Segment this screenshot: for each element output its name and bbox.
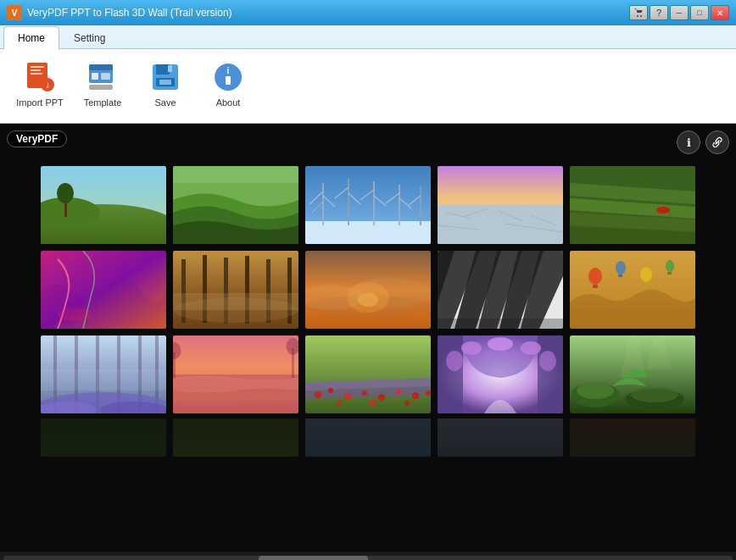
scrollbar-thumb[interactable]	[259, 556, 368, 560]
svg-point-56	[656, 207, 670, 213]
svg-rect-77	[438, 319, 563, 329]
main-area: VeryPDF ℹ	[0, 124, 736, 552]
svg-rect-29	[173, 166, 298, 183]
svg-rect-39	[373, 181, 375, 225]
scrollbar-track[interactable]	[3, 556, 733, 560]
window-controls[interactable]: ? ─ □ ✕	[629, 5, 729, 20]
svg-point-83	[640, 267, 652, 282]
svg-point-110	[396, 389, 401, 394]
help-button[interactable]: ?	[650, 5, 668, 20]
template-icon	[86, 60, 120, 94]
scrollbar-area[interactable]	[0, 552, 736, 560]
svg-rect-57	[669, 210, 670, 223]
top-right-icons: ℹ	[677, 130, 729, 154]
svg-rect-5	[31, 66, 44, 68]
import-ppt-button[interactable]: ↓ Import PPT	[10, 54, 70, 114]
svg-point-85	[666, 260, 674, 272]
svg-point-81	[616, 261, 626, 274]
template-button[interactable]: Template	[73, 54, 132, 114]
grid-cell-1-2[interactable]	[305, 251, 431, 329]
grid-row-2	[41, 335, 695, 413]
svg-point-27	[57, 183, 74, 203]
import-ppt-icon: ↓	[23, 60, 57, 94]
grid-row-reflection	[41, 419, 695, 457]
svg-point-126	[631, 387, 678, 402]
svg-point-119	[521, 341, 541, 355]
grid-cell-2-1[interactable]	[173, 335, 298, 413]
svg-point-75	[358, 293, 378, 307]
import-ppt-label: Import PPT	[16, 97, 64, 108]
svg-point-107	[344, 393, 351, 400]
info-icon[interactable]: ℹ	[677, 130, 700, 154]
close-button[interactable]: ✕	[711, 5, 729, 20]
svg-rect-31	[305, 221, 431, 244]
about-label: About	[216, 97, 241, 108]
svg-point-111	[412, 392, 419, 399]
svg-point-113	[337, 401, 342, 406]
svg-rect-14	[89, 85, 113, 90]
grid-cell-1-3[interactable]	[438, 251, 563, 329]
svg-rect-84	[644, 282, 649, 285]
tab-home[interactable]: Home	[3, 26, 59, 49]
grid-cell-2-3[interactable]	[438, 335, 563, 413]
grid-cell-0-2[interactable]	[305, 166, 431, 244]
ribbon-content: ↓ Import PPT Template	[0, 48, 736, 123]
grid-row-0	[41, 166, 695, 244]
svg-point-79	[588, 268, 602, 285]
ribbon: Home Setting ↓ Import PPT	[0, 25, 736, 124]
svg-point-118	[488, 337, 513, 351]
svg-point-108	[362, 391, 367, 396]
image-grid	[0, 166, 736, 457]
link-icon[interactable]	[705, 130, 729, 154]
grid-cell-2-4[interactable]	[570, 335, 695, 413]
grid-cell-0-1[interactable]	[173, 166, 298, 244]
svg-rect-80	[593, 285, 598, 288]
svg-point-3	[640, 15, 642, 17]
svg-rect-32	[322, 183, 324, 225]
svg-text:i: i	[227, 66, 230, 75]
about-icon: i	[211, 60, 245, 94]
svg-point-114	[370, 400, 376, 407]
grid-cell-1-1[interactable]	[173, 251, 298, 329]
svg-rect-22	[226, 76, 231, 85]
svg-point-59	[58, 308, 92, 321]
grid-cell-0-0[interactable]	[41, 166, 166, 244]
maximize-button[interactable]: □	[690, 5, 709, 20]
svg-point-69	[173, 297, 298, 323]
svg-point-109	[378, 394, 385, 401]
grid-cell-1-4[interactable]	[570, 251, 695, 329]
template-label: Template	[84, 97, 122, 108]
grid-cell-0-4[interactable]	[570, 166, 695, 244]
svg-rect-82	[618, 274, 622, 277]
app-icon: V	[7, 5, 22, 20]
svg-rect-86	[667, 272, 672, 274]
svg-rect-42	[399, 185, 400, 225]
svg-rect-104	[305, 335, 431, 413]
save-label: Save	[154, 97, 176, 108]
about-button[interactable]: i About	[198, 54, 258, 114]
svg-rect-48	[438, 205, 563, 244]
grid-cell-2-0[interactable]	[41, 335, 166, 413]
svg-point-105	[315, 391, 321, 398]
svg-rect-6	[31, 69, 41, 71]
svg-rect-19	[159, 80, 171, 85]
svg-rect-13	[101, 73, 110, 80]
svg-point-120	[446, 351, 463, 371]
save-icon	[148, 60, 182, 94]
svg-point-112	[426, 391, 431, 396]
ribbon-tabs: Home Setting	[0, 25, 736, 48]
minimize-button[interactable]: ─	[670, 5, 689, 20]
svg-text:↓: ↓	[45, 79, 50, 91]
grid-cell-2-2[interactable]	[305, 335, 431, 413]
svg-rect-17	[168, 65, 172, 72]
grid-cell-1-0[interactable]	[41, 251, 166, 329]
title-bar: V VeryPDF PPT to Flash 3D Wall (Trail ve…	[0, 0, 736, 25]
save-button[interactable]: Save	[136, 54, 195, 114]
svg-rect-36	[348, 179, 349, 225]
tab-setting[interactable]: Setting	[59, 26, 120, 49]
shop-button[interactable]	[629, 5, 648, 20]
svg-point-117	[461, 341, 482, 355]
svg-point-125	[577, 382, 614, 399]
grid-cell-0-3[interactable]	[438, 166, 563, 244]
svg-rect-16	[156, 64, 170, 75]
